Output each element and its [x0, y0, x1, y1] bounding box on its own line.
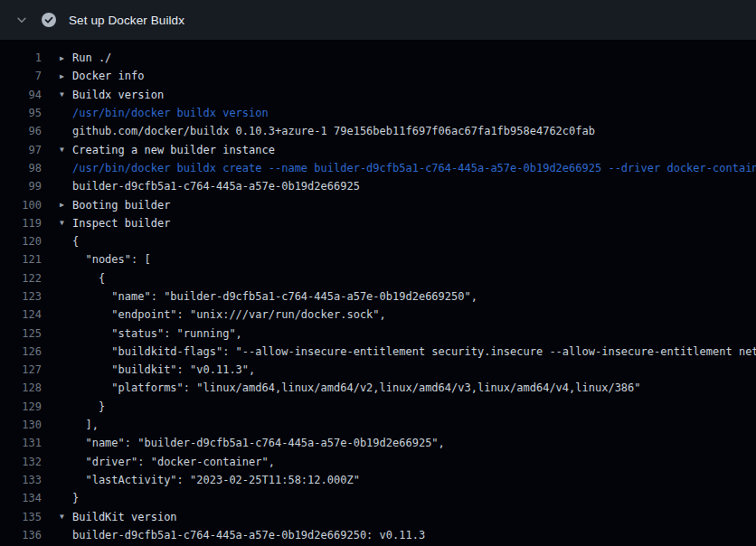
- line-number[interactable]: 123: [0, 290, 42, 303]
- log-line: 130 ],: [0, 416, 756, 434]
- log-text: Creating a new builder instance: [72, 144, 275, 156]
- log-line[interactable]: 97 ▼ Creating a new builder instance: [0, 140, 756, 158]
- line-number[interactable]: 122: [0, 272, 42, 285]
- log-line: 128 "platforms": "linux/amd64,linux/amd6…: [0, 379, 756, 397]
- log-text: Inspect builder: [72, 217, 170, 230]
- disclosure-triangle-collapsed-icon[interactable]: ▶: [60, 72, 72, 80]
- line-number[interactable]: 136: [0, 529, 42, 541]
- log-line: 122 {: [0, 269, 756, 287]
- log-text: "platforms": "linux/amd64,linux/amd64/v2…: [72, 381, 641, 394]
- log-text: "driver": "docker-container",: [72, 456, 275, 468]
- line-number[interactable]: 120: [0, 235, 42, 248]
- log-line: 127 "buildkit": "v0.11.3",: [0, 361, 756, 379]
- line-number[interactable]: 131: [0, 437, 42, 449]
- line-number[interactable]: 133: [0, 474, 42, 486]
- log-text: "buildkit": "v0.11.3",: [72, 363, 255, 376]
- log-text: Docker info: [72, 70, 144, 82]
- chevron-down-icon[interactable]: [14, 13, 29, 27]
- log-text: /usr/bin/docker buildx version: [72, 107, 269, 119]
- log-text: "nodes": [: [72, 253, 151, 266]
- log-text: BuildKit version: [72, 511, 177, 523]
- log-text: {: [72, 235, 79, 248]
- log-line: 132 "driver": "docker-container",: [0, 453, 756, 471]
- log-line[interactable]: 135 ▼ BuildKit version: [0, 507, 756, 525]
- check-circle-icon: [42, 13, 56, 27]
- log-text: Booting builder: [72, 199, 170, 212]
- log-line: 129 }: [0, 398, 756, 416]
- line-number[interactable]: 97: [0, 144, 42, 156]
- line-number[interactable]: 1: [0, 52, 42, 64]
- log-line: 134 }: [0, 489, 756, 507]
- log-line: 98 /usr/bin/docker buildx create --name …: [0, 159, 756, 177]
- log-text: Run ./: [72, 52, 111, 64]
- log-line: 120 {: [0, 232, 756, 250]
- log-text: "buildkitd-flags": "--allow-insecure-ent…: [72, 345, 756, 358]
- disclosure-triangle-expanded-icon[interactable]: ▼: [60, 219, 72, 227]
- disclosure-triangle-expanded-icon[interactable]: ▼: [60, 513, 72, 521]
- log-text: ],: [72, 419, 99, 431]
- line-number[interactable]: 130: [0, 419, 42, 431]
- line-number[interactable]: 7: [0, 70, 42, 82]
- log-line: 99 builder-d9cfb5a1-c764-445a-a57e-0b19d…: [0, 177, 756, 195]
- log-line: 125 "status": "running",: [0, 324, 756, 342]
- disclosure-triangle-collapsed-icon[interactable]: ▶: [60, 201, 72, 209]
- log-text: github.com/docker/buildx 0.10.3+azure-1 …: [72, 125, 595, 137]
- log-line: 126 "buildkitd-flags": "--allow-insecure…: [0, 343, 756, 361]
- line-number[interactable]: 132: [0, 456, 42, 468]
- line-number[interactable]: 94: [0, 89, 42, 101]
- log-line: 136 builder-d9cfb5a1-c764-445a-a57e-0b19…: [0, 526, 756, 544]
- log-line: 131 "name": "builder-d9cfb5a1-c764-445a-…: [0, 434, 756, 452]
- line-number[interactable]: 126: [0, 345, 42, 358]
- line-number[interactable]: 98: [0, 162, 42, 174]
- log-text: "endpoint": "unix:///var/run/docker.sock…: [72, 308, 386, 321]
- line-number[interactable]: 128: [0, 381, 42, 394]
- log-text: Buildx version: [72, 89, 164, 101]
- disclosure-triangle-expanded-icon[interactable]: ▼: [60, 146, 72, 154]
- log-text: builder-d9cfb5a1-c764-445a-a57e-0b19d2e6…: [72, 529, 425, 541]
- log-text: "status": "running",: [72, 327, 242, 340]
- log-lines: 1 ▶ Run ./ 7 ▶ Docker info 94 ▼ Buildx v…: [0, 40, 756, 544]
- disclosure-triangle-expanded-icon[interactable]: ▼: [60, 90, 72, 99]
- line-number[interactable]: 100: [0, 199, 42, 212]
- line-number[interactable]: 96: [0, 125, 42, 137]
- log-line: 121 "nodes": [: [0, 250, 756, 268]
- log-line: 123 "name": "builder-d9cfb5a1-c764-445a-…: [0, 287, 756, 306]
- step-header[interactable]: Set up Docker Buildx: [0, 0, 756, 40]
- line-number[interactable]: 129: [0, 400, 42, 413]
- log-line[interactable]: 94 ▼ Buildx version: [0, 86, 756, 104]
- step-title: Set up Docker Buildx: [69, 14, 184, 27]
- line-number[interactable]: 124: [0, 308, 42, 321]
- log-text: "name": "builder-d9cfb5a1-c764-445a-a57e…: [72, 437, 445, 449]
- log-text: /usr/bin/docker buildx create --name bui…: [72, 162, 756, 174]
- line-number[interactable]: 121: [0, 253, 42, 266]
- log-line: 133 "lastActivity": "2023-02-25T11:58:12…: [0, 471, 756, 489]
- log-text: builder-d9cfb5a1-c764-445a-a57e-0b19d2e6…: [72, 180, 360, 193]
- log-line[interactable]: 100 ▶ Booting builder: [0, 195, 756, 213]
- log-line[interactable]: 119 ▼ Inspect builder: [0, 214, 756, 232]
- log-text: }: [72, 400, 105, 413]
- log-text: {: [72, 272, 105, 285]
- line-number[interactable]: 134: [0, 492, 42, 504]
- disclosure-triangle-collapsed-icon[interactable]: ▶: [60, 54, 72, 62]
- line-number[interactable]: 135: [0, 511, 42, 523]
- line-number[interactable]: 95: [0, 107, 42, 119]
- log-line[interactable]: 1 ▶ Run ./: [0, 49, 756, 67]
- log-line: 124 "endpoint": "unix:///var/run/docker.…: [0, 306, 756, 324]
- log-line[interactable]: 7 ▶ Docker info: [0, 67, 756, 85]
- log-line: 95 /usr/bin/docker buildx version: [0, 104, 756, 122]
- line-number[interactable]: 127: [0, 363, 42, 376]
- line-number[interactable]: 125: [0, 327, 42, 340]
- log-text: "lastActivity": "2023-02-25T11:58:12.000…: [72, 474, 360, 486]
- line-number[interactable]: 99: [0, 180, 42, 193]
- log-text: "name": "builder-d9cfb5a1-c764-445a-a57e…: [72, 290, 477, 303]
- log-line: 96 github.com/docker/buildx 0.10.3+azure…: [0, 122, 756, 140]
- log-text: }: [72, 492, 79, 504]
- line-number[interactable]: 119: [0, 217, 42, 230]
